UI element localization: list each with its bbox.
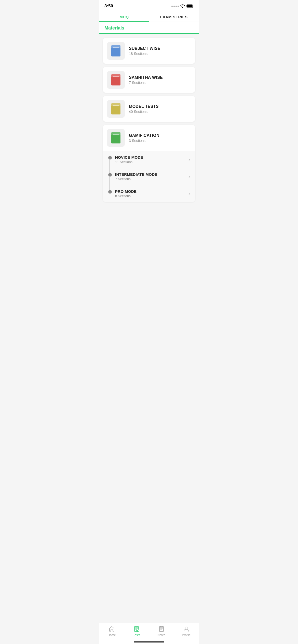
novice-mode-title: NOVICE MODE bbox=[115, 155, 143, 159]
section-title: Materials bbox=[104, 25, 124, 31]
subject-wise-card[interactable]: SUBJECT WISE 18 Sections bbox=[103, 38, 195, 64]
intermediate-mode-chevron: › bbox=[188, 174, 190, 179]
novice-mode-subtitle: 11 Sections bbox=[115, 160, 143, 164]
content-area: SUBJECT WISE 18 Sections SAMHITHA WISE 7… bbox=[99, 34, 199, 232]
samhitha-wise-card[interactable]: SAMHITHA WISE 7 Sections bbox=[103, 67, 195, 93]
gamification-items: NOVICE MODE 11 Sections › INTERMEDIATE M… bbox=[103, 151, 195, 202]
svg-rect-1 bbox=[187, 5, 192, 7]
wifi-icon bbox=[180, 4, 185, 8]
top-tabs: MCQ EXAM SERIES bbox=[99, 11, 199, 22]
timeline-dot-novice bbox=[108, 156, 112, 159]
model-tests-icon-wrap bbox=[107, 100, 125, 118]
samhitha-wise-title: SAMHITHA WISE bbox=[129, 75, 163, 80]
timeline-dot-intermediate bbox=[108, 173, 112, 177]
timeline-pro bbox=[108, 189, 112, 194]
tab-mcq[interactable]: MCQ bbox=[99, 11, 149, 22]
book-blue-icon bbox=[111, 45, 120, 56]
book-red-icon bbox=[111, 74, 120, 85]
pro-mode-item[interactable]: PRO MODE 8 Sections › bbox=[103, 185, 195, 202]
model-tests-title: MODEL TESTS bbox=[129, 104, 159, 109]
pro-mode-chevron: › bbox=[188, 191, 190, 196]
status-icons bbox=[171, 4, 194, 8]
battery-icon bbox=[186, 4, 194, 8]
intermediate-mode-subtitle: 7 Sections bbox=[115, 177, 157, 181]
gamification-header[interactable]: GAMIFICATION 3 Sections bbox=[103, 125, 195, 151]
samhitha-wise-subtitle: 7 Sections bbox=[129, 81, 163, 85]
timeline-novice bbox=[108, 155, 112, 159]
intermediate-mode-item[interactable]: INTERMEDIATE MODE 7 Sections › bbox=[103, 168, 195, 185]
subject-wise-title: SUBJECT WISE bbox=[129, 46, 160, 51]
model-tests-subtitle: 40 Sections bbox=[129, 110, 159, 114]
novice-mode-chevron: › bbox=[188, 157, 190, 162]
timeline-dot-pro bbox=[108, 190, 112, 194]
status-time: 3:50 bbox=[104, 4, 113, 9]
book-green-icon bbox=[111, 132, 120, 143]
samhitha-wise-icon-wrap bbox=[107, 71, 125, 89]
pro-mode-subtitle: 8 Sections bbox=[115, 194, 137, 198]
book-yellow-icon bbox=[111, 103, 120, 114]
novice-mode-item[interactable]: NOVICE MODE 11 Sections › bbox=[103, 151, 195, 168]
gamification-icon-wrap bbox=[107, 129, 125, 147]
timeline-intermediate bbox=[108, 172, 112, 177]
tab-exam-series[interactable]: EXAM SERIES bbox=[149, 11, 199, 22]
pro-mode-title: PRO MODE bbox=[115, 189, 137, 194]
status-bar: 3:50 bbox=[99, 0, 199, 11]
signal-icon bbox=[171, 6, 179, 7]
gamification-subtitle: 3 Sections bbox=[129, 139, 159, 143]
gamification-card: GAMIFICATION 3 Sections NOVICE MODE 11 S… bbox=[103, 125, 195, 202]
subject-wise-icon-wrap bbox=[107, 42, 125, 60]
section-header: Materials bbox=[99, 22, 199, 34]
gamification-title: GAMIFICATION bbox=[129, 133, 159, 138]
subject-wise-subtitle: 18 Sections bbox=[129, 52, 160, 56]
model-tests-card[interactable]: MODEL TESTS 40 Sections bbox=[103, 96, 195, 122]
intermediate-mode-title: INTERMEDIATE MODE bbox=[115, 172, 157, 177]
